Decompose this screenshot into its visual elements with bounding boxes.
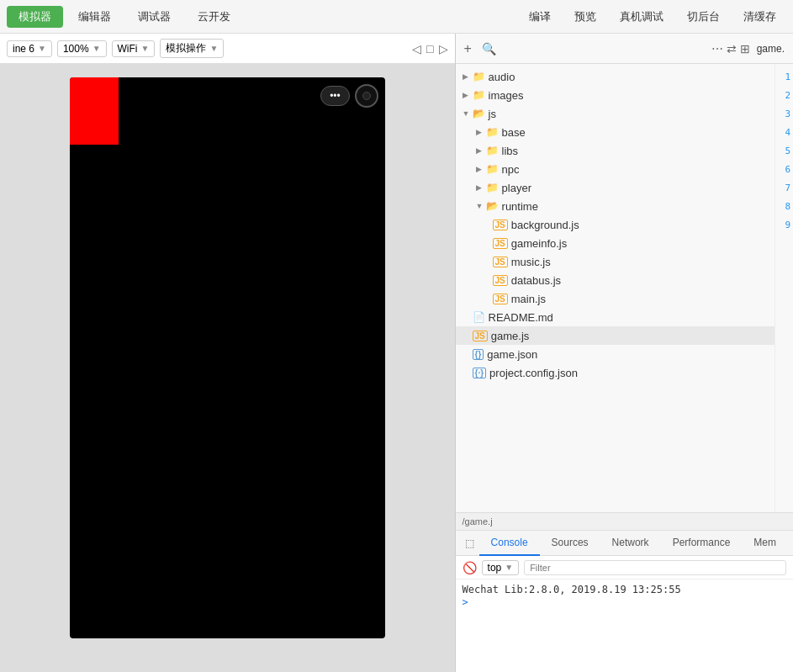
- tab-performance[interactable]: Performance: [661, 531, 743, 556]
- network-select[interactable]: WiFi ▼: [112, 40, 156, 57]
- device-label: ine 6: [13, 43, 34, 55]
- mode-select[interactable]: 模拟操作 ▼: [160, 39, 224, 58]
- more-btn[interactable]: ⋯: [711, 42, 723, 56]
- clear-cache-btn[interactable]: 清缓存: [733, 6, 786, 28]
- item-label: player: [502, 182, 531, 194]
- cloud-btn[interactable]: 云开发: [186, 6, 242, 28]
- list-item[interactable]: ▼ 📂 runtime: [456, 197, 774, 215]
- list-item[interactable]: JS gameinfo.js: [456, 234, 774, 252]
- list-item[interactable]: JS music.js: [456, 252, 774, 271]
- preview-btn[interactable]: 预览: [564, 6, 606, 28]
- list-item[interactable]: JS main.js: [456, 289, 774, 308]
- console-line: Wechat Lib:2.8.0, 2019.8.19 13:25:55: [463, 583, 786, 596]
- devtools-content: Wechat Lib:2.8.0, 2019.8.19 13:25:55 >: [456, 579, 793, 672]
- path-bar: /game.j: [456, 512, 793, 531]
- line-num: 3: [785, 104, 793, 123]
- arrow-right-icon: ▶: [476, 183, 484, 192]
- line-num: 9: [785, 215, 793, 234]
- tab-network[interactable]: Network: [600, 531, 661, 556]
- filter-input[interactable]: [524, 560, 786, 575]
- item-label: runtime: [502, 200, 538, 213]
- forward-icon-btn[interactable]: ▷: [439, 42, 448, 56]
- line-num: 8: [785, 197, 793, 215]
- list-item[interactable]: ▶ 📁 npc: [456, 160, 774, 178]
- js-file-icon: JS: [493, 220, 508, 230]
- folder-closed-icon: 📁: [473, 89, 485, 101]
- layout-btn[interactable]: ⊞: [740, 42, 750, 56]
- ide-toolbar: + 🔍 ⋯ ⇄ ⊞ game.: [456, 34, 793, 64]
- arrow-right-icon: ▶: [476, 146, 484, 155]
- window-icon-btn[interactable]: □: [426, 42, 433, 56]
- list-item[interactable]: ▶ 📁 base: [456, 123, 774, 141]
- js-file-icon: JS: [493, 257, 508, 267]
- list-item[interactable]: JS game.js: [456, 326, 774, 345]
- devtools-tab-icon-btn[interactable]: ⬚: [461, 534, 479, 553]
- list-item[interactable]: {·} project.config.json: [456, 363, 774, 382]
- tab-mem[interactable]: Mem: [742, 531, 788, 556]
- tab-console[interactable]: Console: [479, 531, 540, 556]
- folder-open-icon: 📂: [486, 200, 499, 212]
- debugger-btn[interactable]: 调试器: [126, 6, 182, 28]
- list-item[interactable]: ▶ 📁 images: [456, 86, 774, 104]
- item-label: project.config.json: [489, 367, 578, 379]
- real-device-btn[interactable]: 真机调试: [610, 6, 674, 28]
- back-icon-btn[interactable]: ◁: [412, 42, 421, 56]
- devtools-toolbar: 🚫 top ▼: [456, 556, 793, 579]
- list-item[interactable]: 📄 README.md: [456, 308, 774, 326]
- sim-content: •••: [0, 64, 455, 672]
- file-tree: ▶ 📁 audio ▶ 📁 images ▼ 📂 js: [456, 64, 774, 512]
- zoom-label: 100%: [63, 43, 89, 55]
- item-label: js: [489, 108, 496, 120]
- tab-sources[interactable]: Sources: [540, 531, 600, 556]
- line-num: 7: [785, 178, 793, 197]
- list-item[interactable]: JS databus.js: [456, 271, 774, 289]
- item-label: libs: [502, 145, 519, 157]
- file-tab-label: game.: [753, 43, 788, 55]
- phone-camera-btn[interactable]: [355, 84, 378, 108]
- line-num: 5: [785, 141, 793, 160]
- folder-closed-icon: 📁: [486, 145, 499, 156]
- arrow-down-icon: ▼: [463, 109, 471, 118]
- mode-arrow-icon: ▼: [209, 44, 218, 53]
- js-file-icon: JS: [493, 294, 508, 304]
- phone-dots-btn[interactable]: •••: [320, 86, 350, 106]
- item-label: main.js: [511, 293, 546, 305]
- devtools-panel: ⬚ Console Sources Network Performance Me…: [456, 531, 793, 672]
- json-file-icon: {}: [473, 349, 484, 360]
- folder-closed-icon: 📁: [486, 182, 499, 193]
- phone-top-bar: •••: [320, 84, 378, 108]
- arrow-right-icon: ▶: [463, 72, 471, 81]
- item-label: images: [489, 89, 524, 102]
- list-item[interactable]: {} game.json: [456, 345, 774, 363]
- simulator-btn[interactable]: 模拟器: [7, 6, 63, 28]
- red-rectangle: [70, 77, 119, 145]
- js-file-icon: JS: [493, 238, 508, 249]
- item-label: gameinfo.js: [511, 237, 567, 250]
- console-prompt[interactable]: >: [463, 596, 786, 608]
- background-btn[interactable]: 切后台: [677, 6, 730, 28]
- compile-btn[interactable]: 编译: [519, 6, 561, 28]
- list-item[interactable]: JS background.js: [456, 215, 774, 234]
- ide-panel: + 🔍 ⋯ ⇄ ⊞ game. ▶ 📁 audio: [456, 34, 793, 672]
- item-label: databus.js: [511, 274, 561, 287]
- line-numbers-column: 1 2 3 4 5 6 7 8 9: [774, 64, 793, 512]
- search-btn[interactable]: 🔍: [478, 42, 500, 56]
- zoom-select[interactable]: 100% ▼: [57, 40, 107, 57]
- device-select[interactable]: ine 6 ▼: [7, 40, 52, 57]
- no-entry-icon[interactable]: 🚫: [463, 561, 477, 574]
- level-label: top: [488, 562, 502, 574]
- js-file-icon: JS: [473, 331, 488, 341]
- editor-btn[interactable]: 编辑器: [66, 6, 123, 28]
- zoom-arrow-icon: ▼: [93, 44, 101, 53]
- device-arrow-icon: ▼: [38, 44, 46, 53]
- list-item[interactable]: ▶ 📁 libs: [456, 141, 774, 160]
- list-item[interactable]: ▶ 📁 audio: [456, 67, 774, 86]
- list-item[interactable]: ▼ 📂 js: [456, 104, 774, 123]
- add-tab-btn[interactable]: +: [461, 41, 475, 56]
- level-arrow-icon: ▼: [505, 563, 513, 572]
- split-btn[interactable]: ⇄: [727, 42, 737, 56]
- level-select[interactable]: top ▼: [482, 560, 520, 575]
- list-item[interactable]: ▶ 📁 player: [456, 178, 774, 197]
- item-label: audio: [489, 71, 515, 83]
- item-label: music.js: [511, 256, 551, 268]
